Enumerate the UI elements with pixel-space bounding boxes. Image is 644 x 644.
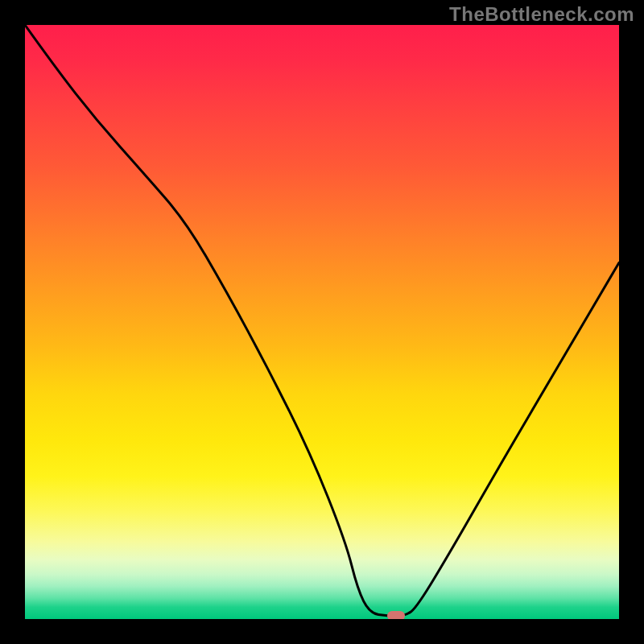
chart-frame: TheBottleneck.com (0, 0, 644, 644)
plot-area (25, 25, 619, 619)
curve-svg (25, 25, 619, 619)
optimum-marker (387, 611, 405, 619)
watermark-text: TheBottleneck.com (449, 3, 634, 26)
bottleneck-curve-path (25, 25, 619, 616)
